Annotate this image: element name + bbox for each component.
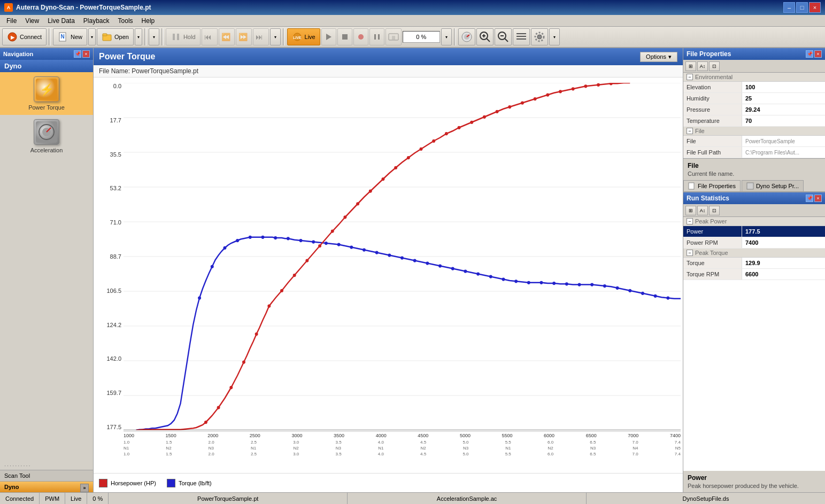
connect-button[interactable]: ▶ Connect [2, 28, 47, 45]
progress-display: 0 % [403, 31, 440, 43]
chart-xaxis: 10001500200025003000 3500400045005000550… [124, 431, 681, 473]
nav-tab-dyno[interactable]: Dyno » [0, 481, 93, 492]
nav-fwd-button[interactable]: ⏩ [236, 28, 252, 45]
toolbar-overflow-right[interactable]: ▾ [270, 28, 281, 45]
maximize-button[interactable]: □ [796, 2, 808, 13]
menu-file[interactable]: File [2, 16, 21, 26]
file-info-title: File [688, 162, 821, 169]
nav-item-acceleration[interactable]: Acceleration [0, 115, 93, 158]
hold-button[interactable]: Hold [166, 28, 201, 45]
menu-view[interactable]: View [21, 16, 43, 26]
run-stats-controls: 📌 × [806, 195, 822, 202]
humidity-value[interactable]: 25 [742, 93, 825, 104]
new-dropdown-button[interactable]: ▾ [88, 28, 96, 45]
toolbar-overflow-settings[interactable]: ▾ [549, 28, 560, 45]
chart-header: Power Torque Options ▾ [94, 48, 683, 65]
prop-sort-button[interactable]: ⊞ [685, 61, 696, 71]
record-button[interactable] [353, 28, 368, 45]
run-stats-grid-button[interactable]: ⊡ [709, 206, 720, 215]
power-value[interactable]: 177.5 [742, 226, 825, 237]
menu-live-data[interactable]: Live Data [43, 16, 79, 26]
live-button[interactable]: LIVE Live [287, 28, 320, 45]
torque-value[interactable]: 129.9 [742, 258, 825, 268]
environmental-toggle[interactable]: − [687, 74, 693, 80]
peak-power-label: Peak Power [695, 218, 727, 224]
open-button[interactable]: Open [97, 28, 134, 45]
run-statistics-panel: Run Statistics 📌 × ⊞ A↕ ⊡ − Peak Power P… [683, 192, 825, 492]
toolbar-overflow-end[interactable]: ▾ [441, 28, 452, 45]
svg-rect-18 [378, 34, 380, 40]
svg-point-55 [223, 246, 226, 250]
svg-point-99 [305, 259, 309, 262]
gauges-button[interactable] [458, 28, 475, 45]
new-button[interactable]: N New [53, 28, 87, 45]
svg-point-94 [242, 360, 245, 363]
snapshot-button[interactable]: ||| [385, 28, 402, 45]
power-rpm-value[interactable]: 7400 [742, 237, 825, 248]
svg-point-59 [274, 236, 277, 239]
svg-point-97 [280, 289, 283, 292]
nav-begin-button[interactable]: ⏮ [202, 28, 218, 45]
run-stats-sort-button[interactable]: ⊞ [685, 206, 696, 215]
nav-end-button[interactable]: ⏭ [253, 28, 269, 45]
legend-torque-label: Torque (lb/ft) [179, 480, 212, 486]
chart-filename: File Name: PowerTorqueSample.pt [94, 65, 683, 77]
menu-tools[interactable]: Tools [114, 16, 137, 26]
nav-panel-title: Navigation [3, 51, 33, 57]
nav-expand-icon[interactable]: » [80, 484, 89, 492]
svg-point-123 [610, 83, 613, 85]
run-stats-close-button[interactable]: × [814, 195, 822, 202]
open-dropdown-button[interactable]: ▾ [135, 28, 142, 45]
play-button[interactable] [321, 28, 336, 45]
list-button[interactable] [513, 28, 530, 45]
elevation-value[interactable]: 100 [742, 82, 825, 92]
nav-back-button[interactable]: ⏪ [219, 28, 235, 45]
run-stats-pin-button[interactable]: 📌 [806, 195, 813, 202]
svg-point-85 [603, 284, 606, 288]
toolbar-overflow-left[interactable]: ▾ [149, 28, 159, 45]
pressure-value[interactable]: 29.24 [742, 104, 825, 115]
menu-playback[interactable]: Playback [79, 16, 114, 26]
file-props-close-button[interactable]: × [814, 50, 822, 58]
pressure-key: Pressure [683, 104, 742, 115]
tab-file-properties[interactable]: File Properties [683, 180, 741, 191]
nav-tab-scan-tool[interactable]: Scan Tool [0, 470, 93, 481]
close-button[interactable]: × [809, 2, 821, 13]
menu-help[interactable]: Help [137, 16, 159, 26]
file-toggle[interactable]: − [687, 128, 693, 134]
options-button[interactable]: Options ▾ [640, 52, 677, 62]
file-properties-panel: File Properties 📌 × ⊞ A↕ ⊡ − Environment… [683, 48, 825, 192]
peak-torque-toggle[interactable]: − [687, 250, 693, 256]
svg-point-78 [514, 280, 518, 283]
prop-az-button[interactable]: A↕ [697, 61, 708, 71]
svg-point-63 [325, 242, 328, 245]
zoom-out-button[interactable] [495, 28, 512, 45]
connect-label: Connect [20, 34, 42, 40]
svg-point-66 [363, 248, 366, 251]
tab-dyno-setup[interactable]: Dyno Setup Pr... [742, 180, 804, 191]
file-props-pin-button[interactable]: 📌 [806, 50, 813, 58]
legend-torque: Torque (lb/ft) [167, 479, 212, 487]
peak-power-toggle[interactable]: − [687, 218, 693, 224]
nav-item-power-torque[interactable]: ⚡ Power Torque [0, 72, 93, 115]
prop-grid-button[interactable]: ⊡ [709, 61, 720, 71]
separator-3 [161, 28, 164, 45]
run-stats-az-button[interactable]: A↕ [697, 206, 708, 215]
svg-point-79 [527, 281, 530, 284]
file-value[interactable]: PowerTorqueSample [742, 136, 825, 146]
file-path-value[interactable]: C:\Program Files\Aut... [742, 147, 825, 158]
svg-line-29 [505, 38, 508, 42]
acceleration-svg [36, 121, 57, 143]
nav-panel-close-button[interactable]: × [82, 50, 90, 58]
stop-button[interactable] [337, 28, 352, 45]
zoom-in-button[interactable] [476, 28, 494, 45]
minimize-button[interactable]: – [783, 2, 795, 13]
temperature-value[interactable]: 70 [742, 115, 825, 126]
settings-button[interactable] [531, 28, 548, 45]
pause-button[interactable] [369, 28, 384, 45]
file-properties-header: File Properties 📌 × [683, 48, 825, 60]
nav-panel-pin-button[interactable]: 📌 [74, 50, 81, 58]
nav-begin-icon: ⏮ [204, 32, 215, 42]
prop-row-power: Power 177.5 [683, 226, 825, 237]
torque-rpm-value[interactable]: 6600 [742, 269, 825, 280]
